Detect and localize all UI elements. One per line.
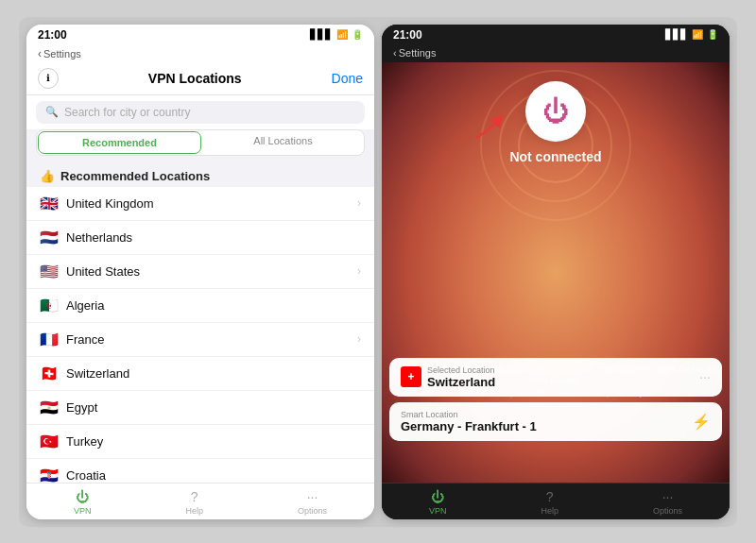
left-status-time: 21:00 <box>38 28 67 42</box>
smart-location-label: Smart Location <box>401 410 686 419</box>
location-cards: + Selected Location Switzerland ··· Smar… <box>389 358 722 441</box>
right-help-tab-icon: ? <box>546 489 554 504</box>
right-phone: 21:00 ▋▋▋ 📶 🔋 ‹ Settings ⏻ <box>382 25 730 519</box>
arrow-indicator <box>472 111 508 145</box>
location-name: Egypt <box>66 400 353 415</box>
list-item[interactable]: 🇺🇸 United States › <box>26 255 374 289</box>
battery-icon-dark: 🔋 <box>707 29 718 40</box>
location-name: Croatia <box>66 468 353 483</box>
location-name: Netherlands <box>66 230 353 245</box>
back-settings-bar: ‹ Settings <box>26 45 374 64</box>
list-item[interactable]: 🇳🇱 Netherlands <box>26 221 374 255</box>
smart-location-info: Smart Location Germany - Frankfurt - 1 <box>401 410 686 433</box>
bottom-tab-bar: ⏻ VPN ? Help ··· Options <box>26 483 374 519</box>
right-back-settings-label[interactable]: Settings <box>399 47 437 59</box>
right-bottom-tab-vpn-label: VPN <box>429 506 447 516</box>
signal-icon-dark: ▋▋▋ <box>665 29 688 40</box>
connection-status: Not connected <box>509 149 601 164</box>
right-status-icons: ▋▋▋ 📶 🔋 <box>665 29 718 40</box>
chevron-icon: › <box>357 196 361 210</box>
section-header-text: Recommended Locations <box>60 169 210 183</box>
right-options-tab-icon: ··· <box>662 489 674 504</box>
lightning-icon: ⚡ <box>692 413 711 431</box>
right-bottom-tab-options-label: Options <box>653 506 682 516</box>
selected-location-info: Selected Location Switzerland <box>427 365 694 389</box>
nav-bar: ℹ VPN Locations Done <box>26 64 374 95</box>
list-item[interactable]: 🇨🇭 Switzerland <box>26 357 374 391</box>
list-item[interactable]: 🇹🇷 Turkey <box>26 425 374 459</box>
location-name: Algeria <box>66 298 353 313</box>
list-item[interactable]: 🇫🇷 France › <box>26 323 374 357</box>
more-icon[interactable]: ··· <box>699 369 711 384</box>
flag-icon: 🇫🇷 <box>40 331 59 348</box>
battery-icon: 🔋 <box>352 29 363 40</box>
done-button[interactable]: Done <box>332 71 363 86</box>
chevron-icon: › <box>357 264 361 278</box>
right-bottom-tab-help-label: Help <box>541 506 558 516</box>
options-tab-icon: ··· <box>307 489 318 504</box>
right-bottom-tab-help[interactable]: ? Help <box>541 489 558 516</box>
power-tab-icon: ⏻ <box>76 489 89 504</box>
selected-location-card[interactable]: + Selected Location Switzerland ··· <box>389 358 722 397</box>
search-bar-wrap: 🔍 Search for city or country <box>26 95 374 129</box>
bottom-tab-help-label: Help <box>185 506 203 516</box>
bottom-tab-help[interactable]: ? Help <box>185 489 203 516</box>
thumb-icon: 👍 <box>40 169 55 183</box>
smart-location-card[interactable]: Smart Location Germany - Frankfurt - 1 ⚡ <box>389 402 722 441</box>
left-status-bar: 21:00 ▋▋▋ 📶 🔋 <box>26 25 374 45</box>
power-icon: ⏻ <box>542 95 569 127</box>
flag-icon: 🇪🇬 <box>40 399 59 416</box>
right-status-time: 21:00 <box>393 28 422 42</box>
tab-all-locations[interactable]: All Locations <box>202 130 364 155</box>
right-bottom-tab-options[interactable]: ··· Options <box>653 489 682 516</box>
location-name: Turkey <box>66 434 353 449</box>
right-bottom-tab-vpn[interactable]: ⏻ VPN <box>429 489 447 516</box>
signal-icon: ▋▋▋ <box>310 29 333 40</box>
flag-icon: 🇹🇷 <box>40 433 59 450</box>
location-name: United States <box>66 264 350 279</box>
list-item[interactable]: 🇪🇬 Egypt <box>26 391 374 425</box>
list-item[interactable]: 🇩🇿 Algeria <box>26 289 374 323</box>
section-header: 👍 Recommended Locations <box>26 161 374 187</box>
help-tab-icon: ? <box>191 489 198 504</box>
location-name: France <box>66 332 350 347</box>
wifi-icon: 📶 <box>336 29 348 40</box>
right-power-tab-icon: ⏻ <box>431 489 444 504</box>
left-phone: 21:00 ▋▋▋ 📶 🔋 ‹ Settings ℹ VPN Locations… <box>26 25 374 519</box>
switzerland-flag-icon: + <box>401 366 421 387</box>
search-icon: 🔍 <box>45 106 59 118</box>
search-placeholder: Search for city or country <box>64 106 190 119</box>
chevron-icon: › <box>357 332 361 346</box>
location-name: United Kingdom <box>66 196 350 211</box>
power-button[interactable]: ⏻ <box>525 81 586 142</box>
right-bottom-tab-bar: ⏻ VPN ? Help ··· Options <box>382 483 730 519</box>
info-icon[interactable]: ℹ <box>38 68 59 89</box>
flag-icon: 🇨🇭 <box>40 365 59 382</box>
list-item[interactable]: 🇭🇷 Croatia <box>26 459 374 483</box>
flag-icon: 🇭🇷 <box>40 467 59 483</box>
back-arrow-icon: ‹ <box>38 47 42 60</box>
gradient-bg: ⏻ Not connected No data saved to hard dr… <box>382 62 730 483</box>
nav-title: VPN Locations <box>148 71 242 86</box>
location-name: Switzerland <box>66 366 353 381</box>
flag-icon: 🇳🇱 <box>40 229 59 246</box>
selected-location-label: Selected Location <box>427 365 694 375</box>
smart-location-value: Germany - Frankfurt - 1 <box>401 419 686 433</box>
search-bar[interactable]: 🔍 Search for city or country <box>36 101 365 124</box>
bottom-tab-vpn[interactable]: ⏻ VPN <box>74 489 92 516</box>
back-settings-label[interactable]: Settings <box>43 48 81 59</box>
flag-icon: 🇬🇧 <box>40 195 59 212</box>
right-back-settings: ‹ Settings <box>382 45 730 62</box>
list-item[interactable]: 🇬🇧 United Kingdom › <box>26 187 374 221</box>
selected-location-value: Switzerland <box>427 375 694 389</box>
left-status-icons: ▋▋▋ 📶 🔋 <box>310 29 363 40</box>
right-back-arrow-icon: ‹ <box>393 47 397 59</box>
flag-icon: 🇩🇿 <box>40 297 59 314</box>
wifi-icon-dark: 📶 <box>692 29 703 40</box>
flag-icon: 🇺🇸 <box>40 263 59 280</box>
bottom-tab-options-label: Options <box>298 506 327 516</box>
locations-list: 👍 Recommended Locations 🇬🇧 United Kingdo… <box>26 161 374 483</box>
tab-bar: Recommended All Locations <box>36 129 365 156</box>
tab-recommended[interactable]: Recommended <box>38 131 201 154</box>
bottom-tab-options[interactable]: ··· Options <box>298 489 327 516</box>
